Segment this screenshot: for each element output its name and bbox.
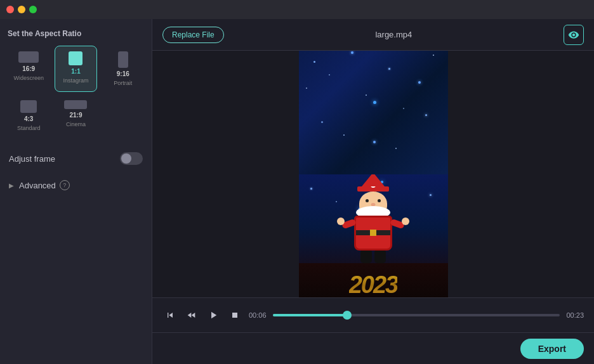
minimize-button[interactable] xyxy=(18,6,25,13)
close-button[interactable] xyxy=(6,6,14,13)
aspect-label-sub-219: Cinema xyxy=(66,121,86,127)
aspect-icon-11 xyxy=(69,51,82,65)
year-area: 2023 xyxy=(299,263,448,298)
aspect-ratio-section: Set the Aspect Ratio 16:9 Widescreen 1:1… xyxy=(8,29,144,137)
aspect-grid-row2: 4:3 Standard 21:9 Cinema xyxy=(8,94,144,137)
aspect-label-sub-916: Portrait xyxy=(114,80,132,86)
video-top-half xyxy=(299,51,448,174)
title-bar xyxy=(0,0,594,19)
aspect-label-sub-11: Instagram xyxy=(63,77,88,84)
aspect-option-169[interactable]: 16:9 Widescreen xyxy=(8,46,50,92)
eye-icon xyxy=(568,29,579,41)
aspect-label-main-11: 1:1 xyxy=(71,68,80,75)
step-back-button[interactable] xyxy=(162,308,178,323)
aspect-option-11[interactable]: 1:1 Instagram xyxy=(55,46,96,92)
frame-back-icon xyxy=(187,310,197,320)
frame-back-button[interactable] xyxy=(184,308,199,323)
progress-thumb[interactable] xyxy=(343,311,352,320)
progress-fill xyxy=(273,314,348,316)
advanced-label: Advanced xyxy=(19,181,56,190)
aspect-label-main-43: 4:3 xyxy=(24,115,33,122)
aspect-label-main-169: 16:9 xyxy=(22,65,35,72)
aspect-option-916[interactable]: 9:16 Portrait xyxy=(102,46,144,92)
aspect-option-43[interactable]: 4:3 Standard xyxy=(8,94,50,137)
play-icon xyxy=(208,309,219,321)
file-name: large.mp4 xyxy=(375,30,412,39)
toggle-knob xyxy=(121,153,131,164)
eye-button[interactable] xyxy=(564,25,584,45)
aspect-label-main-916: 9:16 xyxy=(117,70,129,77)
progress-container[interactable] xyxy=(273,309,560,322)
aspect-label-main-219: 21:9 xyxy=(69,112,82,119)
year-text: 2023 xyxy=(349,271,398,297)
aspect-option-219[interactable]: 21:9 Cinema xyxy=(55,94,96,137)
video-preview: 2023 xyxy=(299,51,448,297)
play-button[interactable] xyxy=(206,308,221,323)
aspect-icon-43 xyxy=(20,100,37,113)
top-bar: Replace File large.mp4 xyxy=(152,19,594,51)
replace-file-button[interactable]: Replace File xyxy=(162,27,224,43)
adjust-frame-toggle[interactable] xyxy=(120,152,143,165)
stop-button[interactable] xyxy=(227,308,242,323)
video-bottom-half: 2023 xyxy=(299,174,448,298)
aspect-icon-169 xyxy=(18,51,39,63)
main-container: Set the Aspect Ratio 16:9 Widescreen 1:1… xyxy=(0,19,594,364)
time-current: 00:06 xyxy=(249,311,267,319)
adjust-frame-row: Adjust frame xyxy=(8,150,144,167)
stop-icon xyxy=(230,310,240,320)
section-title: Set the Aspect Ratio xyxy=(8,29,144,38)
santa-area xyxy=(299,174,448,263)
santa-figure xyxy=(354,174,392,263)
content-area: Replace File large.mp4 xyxy=(152,19,594,364)
traffic-lights xyxy=(6,6,37,13)
adjust-frame-label: Adjust frame xyxy=(9,154,55,164)
video-area: 2023 xyxy=(152,51,594,297)
aspect-grid-row1: 16:9 Widescreen 1:1 Instagram 9:16 Portr… xyxy=(8,46,144,92)
chevron-right-icon: ▶ xyxy=(8,181,15,189)
aspect-label-sub-169: Widescreen xyxy=(13,75,44,81)
star-field-top xyxy=(299,51,448,174)
aspect-icon-219 xyxy=(64,100,87,109)
maximize-button[interactable] xyxy=(29,6,37,13)
aspect-icon-916 xyxy=(118,51,128,68)
step-back-icon xyxy=(165,310,175,320)
export-button[interactable]: Export xyxy=(520,339,584,359)
sidebar: Set the Aspect Ratio 16:9 Widescreen 1:1… xyxy=(0,19,152,364)
bottom-bar: Export xyxy=(152,332,594,364)
advanced-row[interactable]: ▶ Advanced ? xyxy=(8,180,144,190)
aspect-label-sub-43: Standard xyxy=(17,125,41,131)
help-icon[interactable]: ? xyxy=(60,180,70,190)
time-total: 00:23 xyxy=(566,311,584,319)
controls-bar: 00:06 00:23 xyxy=(152,297,594,332)
progress-track[interactable] xyxy=(273,314,560,316)
